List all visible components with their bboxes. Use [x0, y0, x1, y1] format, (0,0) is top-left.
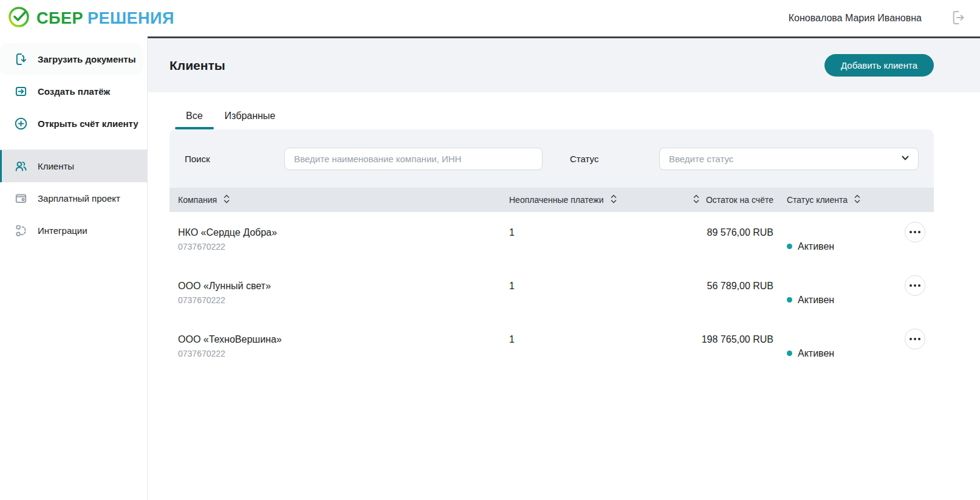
- company-cell: ООО «ТехноВершина» 0737670222: [178, 334, 509, 372]
- sort-icon: [223, 194, 230, 205]
- create-payment-icon: [13, 84, 29, 100]
- integrations-icon: [13, 223, 29, 239]
- sidebar-item-clients[interactable]: Клиенты: [0, 150, 147, 182]
- main-content: Клиенты Добавить клиента Все Избранные П…: [148, 36, 980, 500]
- row-actions-button[interactable]: [905, 222, 925, 242]
- sidebar-item-label: Клиенты: [38, 161, 74, 171]
- status-active-dot: [787, 244, 792, 249]
- sort-balance-button[interactable]: [693, 194, 700, 205]
- ellipsis-icon: [910, 284, 912, 287]
- company-inn: 0737670222: [178, 349, 509, 358]
- tab-label: Избранные: [225, 111, 276, 121]
- sort-unpaid-button[interactable]: [610, 194, 617, 205]
- row-actions-button[interactable]: [905, 275, 925, 296]
- filter-panel: Поиск Статус Введите статус: [170, 129, 934, 188]
- sort-icon: [693, 194, 700, 205]
- chevron-down-icon: [900, 153, 910, 165]
- sidebar-item-salary-project[interactable]: Зарплатный проект: [0, 182, 147, 214]
- sidebar-item-label: Создать платёж: [38, 86, 110, 97]
- salary-project-icon: [13, 191, 29, 207]
- sort-status-button[interactable]: [854, 194, 861, 205]
- column-header-company: Компания: [178, 194, 509, 205]
- company-inn: 0737670222: [178, 295, 509, 305]
- sidebar-item-create-payment[interactable]: Создать платёж: [0, 75, 147, 108]
- status-cell: Активен: [773, 227, 877, 265]
- sort-icon: [854, 194, 861, 205]
- content-area: Все Избранные Поиск Статус Введите стату…: [148, 92, 980, 500]
- ellipsis-icon: [910, 231, 912, 233]
- status-active-dot: [787, 351, 792, 356]
- ellipsis-icon: [910, 338, 912, 340]
- actions-cell: [905, 334, 925, 372]
- table-row[interactable]: НКО «Сердце Добра» 0737670222 1 89 576,0…: [170, 212, 934, 265]
- tab-favorites[interactable]: Избранные: [214, 107, 287, 129]
- sidebar-item-label: Зарплатный проект: [38, 193, 120, 204]
- balance-cell: 198 765,00 RUB: [688, 334, 773, 372]
- column-header-client-status: Статус клиента: [773, 194, 877, 205]
- search-label: Поиск: [185, 154, 284, 164]
- actions-cell: [905, 227, 925, 265]
- topbar: СБЕРРЕШЕНИЯ Коновалова Мария Ивановна: [0, 0, 980, 36]
- status-cell: Активен: [773, 280, 877, 319]
- logout-icon: [950, 9, 967, 28]
- tabs: Все Избранные: [175, 107, 934, 129]
- app-shell: Загрузить документы Создать платёж: [0, 36, 980, 500]
- open-account-icon: [13, 116, 29, 132]
- status-text: Активен: [798, 241, 834, 252]
- column-header-unpaid-payments: Неоплаченные платежи: [509, 194, 688, 205]
- sidebar-item-integrations[interactable]: Интеграции: [0, 214, 147, 247]
- status-select-placeholder: Введите статус: [669, 154, 733, 164]
- topbar-right: Коновалова Мария Ивановна: [789, 9, 967, 28]
- sort-company-button[interactable]: [223, 194, 230, 205]
- company-inn: 0737670222: [178, 242, 509, 252]
- company-name: ООО «Лунный свет»: [178, 280, 509, 292]
- status-select[interactable]: Введите статус: [659, 148, 919, 170]
- app-root: СБЕРРЕШЕНИЯ Коновалова Мария Ивановна: [0, 0, 980, 500]
- table-row[interactable]: ООО «ТехноВершина» 0737670222 1 198 765,…: [170, 319, 934, 372]
- tab-label: Все: [186, 111, 203, 121]
- balance-cell: 56 789,00 RUB: [688, 280, 773, 319]
- brand-logo: СБЕРРЕШЕНИЯ: [6, 4, 174, 32]
- sort-icon: [610, 194, 617, 205]
- sidebar-item-label: Интеграции: [38, 225, 87, 236]
- sidebar-item-label: Загрузить документы: [38, 54, 136, 64]
- company-cell: ООО «Лунный свет» 0737670222: [178, 280, 509, 319]
- column-header-balance: Остаток на счёте: [688, 194, 773, 205]
- sber-logo-icon: [6, 4, 32, 32]
- status-text: Активен: [798, 348, 834, 359]
- search-input[interactable]: [284, 148, 543, 170]
- upload-documents-icon: [13, 52, 29, 67]
- unpaid-payments-cell: 1: [509, 280, 688, 319]
- actions-cell: [905, 280, 925, 319]
- unpaid-payments-cell: 1: [509, 227, 688, 265]
- company-cell: НКО «Сердце Добра» 0737670222: [178, 227, 509, 265]
- tab-all[interactable]: Все: [175, 107, 214, 129]
- add-client-button[interactable]: Добавить клиента: [824, 54, 934, 77]
- table-header: Компания Неоплаченные платежи: [170, 188, 934, 212]
- page-title: Клиенты: [170, 58, 225, 73]
- company-name: НКО «Сердце Добра»: [178, 227, 509, 238]
- page-header: Клиенты Добавить клиента: [148, 38, 980, 92]
- clients-icon: [13, 159, 29, 174]
- sidebar-item-open-account[interactable]: Открыть счёт клиенту: [0, 108, 147, 140]
- status-label: Статус: [570, 154, 659, 164]
- logout-button[interactable]: [950, 9, 967, 28]
- balance-cell: 89 576,00 RUB: [688, 227, 773, 265]
- row-actions-button[interactable]: [905, 329, 925, 349]
- table-row[interactable]: ООО «Лунный свет» 0737670222 1 56 789,00…: [170, 265, 934, 319]
- status-cell: Активен: [773, 334, 877, 372]
- user-name: Коновалова Мария Ивановна: [789, 13, 922, 24]
- company-name: ООО «ТехноВершина»: [178, 334, 509, 345]
- sidebar-item-upload-documents[interactable]: Загрузить документы: [0, 43, 143, 75]
- status-active-dot: [787, 297, 792, 303]
- status-text: Активен: [798, 294, 834, 306]
- unpaid-payments-cell: 1: [509, 334, 688, 372]
- sidebar: Загрузить документы Создать платёж: [0, 36, 148, 500]
- brand-name: СБЕРРЕШЕНИЯ: [36, 9, 174, 28]
- sidebar-item-label: Открыть счёт клиенту: [38, 118, 139, 129]
